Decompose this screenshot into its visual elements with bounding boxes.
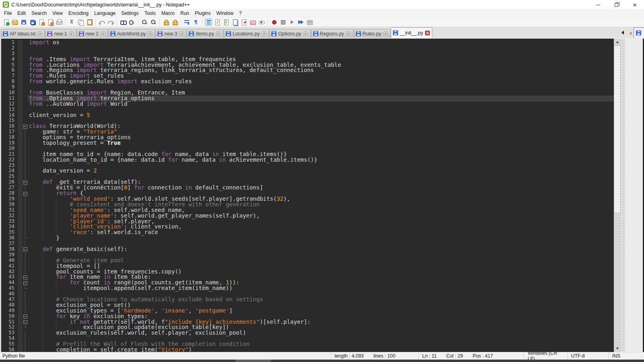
save-icon[interactable] xyxy=(20,19,27,26)
tab-close-icon[interactable]: × xyxy=(69,31,74,36)
bookmark-margin[interactable] xyxy=(18,196,23,202)
scrollbar-thumb[interactable] xyxy=(614,45,621,213)
code-line[interactable]: 38 def generate_basic(self): xyxy=(1,247,614,252)
zoom-in-icon[interactable] xyxy=(141,19,148,26)
redo-icon[interactable] xyxy=(107,19,114,26)
tab-options-py[interactable]: Options.py× xyxy=(269,29,310,38)
indent-guide-icon[interactable] xyxy=(205,19,212,26)
menu-plugins[interactable]: Plugins xyxy=(192,10,213,17)
code-editor[interactable]: 1import os234from .Items import Terraria… xyxy=(1,39,614,352)
zoom-out-icon[interactable] xyxy=(150,19,157,26)
bookmark-margin[interactable] xyxy=(18,224,23,230)
bookmark-margin[interactable] xyxy=(18,341,23,347)
bookmark-margin[interactable] xyxy=(18,68,23,73)
bookmark-margin[interactable] xyxy=(18,280,23,286)
code-line[interactable]: 22 location_name_to_id = {name: data.id … xyxy=(1,157,614,163)
panel-splitter[interactable] xyxy=(621,39,625,352)
menu-encoding[interactable]: Encoding xyxy=(66,10,91,17)
bookmark-margin[interactable] xyxy=(18,135,23,140)
fold-collapse-icon[interactable] xyxy=(23,247,28,252)
bookmark-margin[interactable] xyxy=(18,258,23,263)
tab-items-py[interactable]: Items.py× xyxy=(187,29,223,38)
taskbar-app-button[interactable] xyxy=(235,360,271,362)
code-line[interactable]: 2 xyxy=(1,45,614,51)
bookmark-margin[interactable] xyxy=(18,274,23,280)
menu-window[interactable]: Window xyxy=(213,10,236,17)
fold-collapse-icon[interactable] xyxy=(23,191,28,196)
tab-autoworld-py[interactable]: AutoWorld.py× xyxy=(108,29,155,38)
bookmark-margin[interactable] xyxy=(18,235,23,241)
cut-icon[interactable] xyxy=(68,19,75,26)
bookmark-margin[interactable] xyxy=(18,319,23,325)
bookmark-margin[interactable] xyxy=(18,79,23,84)
menu-run[interactable]: Run xyxy=(178,10,192,17)
macro-stop-icon[interactable] xyxy=(279,19,287,26)
bookmark-margin[interactable] xyxy=(18,241,23,247)
close-all-icon[interactable] xyxy=(47,19,54,26)
status-length[interactable]: length : 4,093 lines : 100 xyxy=(331,352,419,360)
tab-close-icon[interactable]: × xyxy=(383,31,388,36)
bookmark-margin[interactable] xyxy=(18,286,23,291)
bookmark-margin[interactable] xyxy=(18,123,23,129)
replace-icon[interactable] xyxy=(128,19,136,26)
bookmark-margin[interactable] xyxy=(18,336,23,341)
macro-run-multi-icon[interactable] xyxy=(297,19,304,26)
code-line[interactable]: 14client_version = 5 xyxy=(1,113,614,118)
scroll-down-button[interactable] xyxy=(614,345,621,352)
fold-collapse-icon[interactable] xyxy=(23,319,28,325)
bookmark-margin[interactable] xyxy=(18,208,23,213)
bookmark-margin[interactable] xyxy=(18,90,23,96)
code-line[interactable]: 8from worlds.generic.Rules import exclus… xyxy=(1,79,614,84)
tab-new-1[interactable]: new 1× xyxy=(45,29,76,38)
tab-close-icon[interactable]: × xyxy=(37,31,42,36)
bookmark-margin[interactable] xyxy=(18,118,23,123)
bookmark-margin[interactable] xyxy=(18,140,23,146)
bookmark-margin[interactable] xyxy=(18,45,23,51)
code-line[interactable]: 35 'race': self.world.is_race xyxy=(1,230,614,235)
sync-v-icon[interactable] xyxy=(162,19,169,26)
tab-rules-py[interactable]: Rules.py× xyxy=(354,29,391,38)
tab-close-icon[interactable]: × xyxy=(179,31,184,36)
doc-map-icon[interactable] xyxy=(223,19,230,26)
bookmark-margin[interactable] xyxy=(18,263,23,269)
fold-collapse-icon[interactable] xyxy=(23,314,28,319)
menu-view[interactable]: View xyxy=(50,10,66,17)
tab-close-icon[interactable]: × xyxy=(101,31,105,36)
menu-search[interactable]: Search xyxy=(29,10,50,17)
bookmark-margin[interactable] xyxy=(18,179,23,185)
bookmark-margin[interactable] xyxy=(18,185,23,191)
bookmark-margin[interactable] xyxy=(18,146,23,152)
tab-new-3[interactable]: new 3× xyxy=(155,29,186,38)
bookmark-margin[interactable] xyxy=(18,57,23,62)
code-line[interactable]: 1import os xyxy=(1,40,614,45)
bookmark-margin[interactable] xyxy=(18,330,23,336)
menu-language[interactable]: Language xyxy=(91,10,118,17)
view-eye-icon[interactable] xyxy=(258,19,265,26)
scroll-up-button[interactable] xyxy=(614,39,621,45)
fold-collapse-icon[interactable] xyxy=(23,123,28,129)
tab-close-icon[interactable]: × xyxy=(216,31,221,36)
tab-close-icon[interactable]: × xyxy=(148,31,153,36)
bookmark-margin[interactable] xyxy=(18,168,23,174)
bookmark-margin[interactable] xyxy=(18,152,23,157)
tab-close-icon[interactable]: × xyxy=(425,31,430,35)
bookmark-margin[interactable] xyxy=(18,96,23,101)
code-line[interactable]: 45 itempool.append(self.create_item(item… xyxy=(1,286,614,291)
menu-file[interactable]: File xyxy=(1,10,14,17)
menu-help[interactable]: ? xyxy=(236,10,245,17)
status-insert-mode[interactable]: INS xyxy=(609,352,644,360)
bookmark-margin[interactable] xyxy=(18,62,23,68)
function-list-icon[interactable] xyxy=(214,19,221,26)
status-caret-position[interactable]: Ln : 11 Col : 29 Pos : 417 xyxy=(419,352,524,360)
menu-tools[interactable]: Tools xyxy=(142,10,159,17)
menu-settings[interactable]: Settings xyxy=(118,10,141,17)
bookmark-margin[interactable] xyxy=(18,213,23,219)
tab-new-2[interactable]: new 2× xyxy=(77,29,108,38)
macro-record-icon[interactable] xyxy=(270,19,278,26)
print-icon[interactable] xyxy=(56,19,63,26)
code-line[interactable]: 19 topology_present = True xyxy=(1,140,614,146)
bookmark-margin[interactable] xyxy=(18,297,23,302)
tab-close-icon[interactable]: × xyxy=(346,31,351,36)
bookmark-margin[interactable] xyxy=(18,73,23,79)
copy-icon[interactable] xyxy=(77,19,84,26)
